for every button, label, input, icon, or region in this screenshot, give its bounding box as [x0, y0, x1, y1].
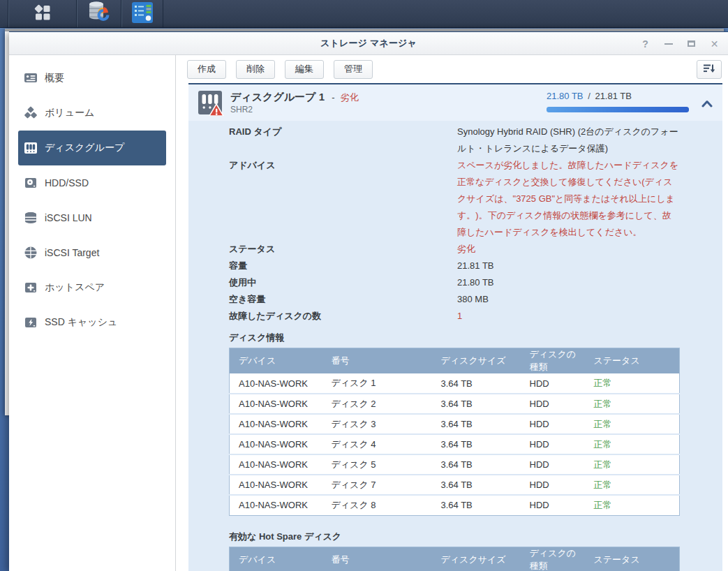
table-row[interactable]: A10-NAS-WORKディスク 53.64 TBHDD正常: [230, 454, 680, 475]
volume-icon: [23, 105, 38, 121]
sidebar-item-label: ホットスペア: [45, 281, 105, 294]
table-cell: HDD: [521, 434, 585, 454]
table-cell: A10-NAS-WORK: [230, 495, 322, 515]
help-icon: ?: [642, 38, 648, 50]
help-button[interactable]: ?: [639, 37, 652, 50]
taskbar-item-storage-manager[interactable]: [77, 0, 121, 27]
table-cell: ディスク 8: [322, 495, 432, 515]
column-header: ディスクサイズ: [432, 547, 521, 571]
main-menu-icon: [34, 3, 52, 24]
detail-label: 容量: [229, 258, 457, 274]
detail-row: ステータス劣化: [229, 241, 679, 258]
table-row[interactable]: A10-NAS-WORKディスク 73.64 TBHDD正常: [230, 475, 680, 495]
disk-group-panel: ディスクグループ 1 - 劣化 SHR2 21.80 TB / 21.81 TB: [188, 83, 722, 571]
column-header: デバイス: [230, 547, 322, 571]
sidebar-item-overview[interactable]: 概要: [18, 61, 166, 96]
sidebar-item-hot-spare[interactable]: ホットスペア: [18, 270, 166, 305]
create-button[interactable]: 作成: [187, 60, 226, 79]
table-cell: 3.64 TB: [432, 495, 521, 515]
table-cell: ディスク 4: [322, 434, 432, 454]
table-cell: A10-NAS-WORK: [230, 475, 322, 495]
detail-value: スペースが劣化しました。故障したハードディスクを正常なディスクと交換して修復して…: [457, 157, 679, 241]
column-header: ディスクの種類: [521, 348, 585, 374]
detail-value: 21.81 TB: [457, 258, 679, 274]
collapse-all-icon: [703, 63, 715, 76]
table-cell: HDD: [521, 394, 585, 414]
close-icon: ✕: [711, 38, 719, 50]
column-header: ステータス: [585, 348, 680, 374]
usage-bar-fill: [547, 107, 689, 112]
delete-button[interactable]: 削除: [236, 60, 275, 79]
sidebar-item-label: ボリューム: [45, 107, 94, 119]
table-cell: 3.64 TB: [432, 373, 521, 394]
table-row[interactable]: A10-NAS-WORKディスク 13.64 TBHDD正常: [230, 373, 680, 394]
table-row[interactable]: A10-NAS-WORKディスク 23.64 TBHDD正常: [230, 394, 680, 414]
window-title: ストレージ マネージャ: [320, 37, 417, 50]
table-cell: ディスク 3: [322, 414, 432, 434]
usage-bar: [547, 107, 689, 112]
disk-info-table: デバイス番号ディスクサイズディスクの種類ステータスA10-NAS-WORKディス…: [229, 348, 680, 516]
sidebar-item-iscsi-lun[interactable]: iSCSI LUN: [18, 200, 166, 235]
table-cell: ディスク 5: [322, 454, 432, 475]
sidebar-item-label: ディスクグループ: [45, 142, 124, 154]
disk-status-cell: 正常: [585, 495, 680, 515]
table-cell: A10-NAS-WORK: [230, 394, 322, 414]
resource-monitor-icon: [131, 1, 154, 27]
detail-row: 使用中21.80 TB: [229, 274, 679, 291]
taskbar-item-main-menu[interactable]: [8, 0, 77, 27]
close-button[interactable]: ✕: [708, 37, 721, 50]
column-header: 番号: [322, 348, 432, 374]
collapse-all-button[interactable]: [697, 60, 722, 79]
detail-label: 空き容量: [229, 291, 457, 308]
hot-spare-table: デバイス番号ディスクサイズディスクの種類ステータス予備のディスクがありません。: [229, 547, 680, 571]
content-area: 作成削除編集管理: [176, 55, 728, 571]
table-cell: A10-NAS-WORK: [230, 414, 322, 434]
taskbar-item-resource-monitor[interactable]: [121, 0, 163, 27]
table-row[interactable]: A10-NAS-WORKディスク 83.64 TBHDD正常: [230, 495, 680, 515]
sidebar-item-ssd-cache[interactable]: SSD キャッシュ: [18, 305, 166, 340]
raid-level-label: SHR2: [230, 104, 359, 115]
sidebar-item-iscsi-target[interactable]: iSCSI Target: [18, 235, 166, 270]
manage-button[interactable]: 管理: [334, 60, 373, 79]
sidebar-item-hdd-ssd[interactable]: HDD/SSD: [18, 165, 166, 200]
table-header-row: デバイス番号ディスクサイズディスクの種類ステータス: [230, 348, 680, 374]
table-cell: ディスク 2: [322, 394, 432, 414]
disk-status-cell: 正常: [585, 373, 680, 394]
sidebar-item-disk-group[interactable]: ディスクグループ: [18, 131, 166, 165]
disk-group-status-badge: 劣化: [341, 92, 359, 103]
minimize-button[interactable]: [662, 37, 675, 50]
detail-label: アドバイス: [229, 157, 457, 241]
sidebar-item-label: iSCSI LUN: [45, 212, 92, 223]
usage-summary: 21.80 TB / 21.81 TB: [547, 91, 689, 112]
disk-group-header[interactable]: ディスクグループ 1 - 劣化 SHR2 21.80 TB / 21.81 TB: [188, 84, 722, 121]
table-cell: HDD: [521, 454, 585, 475]
table-cell: 3.64 TB: [432, 414, 521, 434]
table-cell: HDD: [521, 495, 585, 515]
chevron-up-icon[interactable]: [701, 98, 713, 110]
detail-label: 使用中: [229, 274, 457, 291]
hot-spare-heading: 有効な Hot Spare ディスク: [229, 531, 679, 542]
table-cell: A10-NAS-WORK: [230, 373, 322, 394]
usage-total-value: 21.81 TB: [595, 91, 632, 101]
sidebar: 概要ボリュームディスクグループHDD/SSDiSCSI LUNiSCSI Tar…: [9, 55, 176, 571]
titlebar[interactable]: ストレージ マネージャ ?✕: [9, 32, 728, 55]
sidebar-item-label: HDD/SSD: [45, 177, 89, 188]
detail-value: Synology Hybrid RAID (SHR) (2台のディスクのフォール…: [457, 124, 679, 157]
column-header: デバイス: [230, 348, 322, 374]
storage-manager-window: ストレージ マネージャ ?✕ 概要ボリュームディスクグループHDD/SSDiSC…: [9, 31, 728, 571]
table-header-row: デバイス番号ディスクサイズディスクの種類ステータス: [230, 547, 680, 571]
hot-spare-icon: [23, 280, 38, 295]
storage-manager-icon: [87, 1, 112, 27]
maximize-button[interactable]: [685, 37, 698, 50]
detail-value: 1: [457, 308, 679, 325]
table-cell: 3.64 TB: [432, 475, 521, 495]
table-row[interactable]: A10-NAS-WORKディスク 33.64 TBHDD正常: [230, 414, 680, 434]
edit-button[interactable]: 編集: [285, 60, 324, 79]
table-cell: HDD: [521, 414, 585, 434]
iscsi-target-icon: [23, 245, 38, 260]
usage-separator: /: [588, 91, 590, 101]
ssd-cache-icon: [23, 315, 38, 330]
column-header: 番号: [322, 547, 432, 571]
table-row[interactable]: A10-NAS-WORKディスク 43.64 TBHDD正常: [230, 434, 680, 454]
sidebar-item-volume[interactable]: ボリューム: [18, 96, 166, 131]
